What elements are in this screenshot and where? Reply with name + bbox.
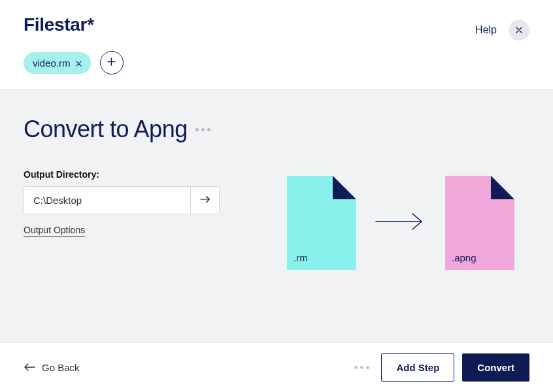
output-directory-input[interactable] — [24, 187, 190, 214]
more-actions-button[interactable] — [354, 366, 369, 369]
help-link[interactable]: Help — [475, 24, 497, 36]
add-file-button[interactable] — [100, 51, 124, 74]
conversion-illustration: .rm .apng — [272, 116, 529, 329]
arrow-right-icon — [200, 195, 210, 206]
go-back-label: Go Back — [42, 362, 80, 373]
browse-directory-button[interactable] — [190, 187, 219, 214]
more-options-icon[interactable] — [195, 128, 210, 131]
close-button[interactable] — [509, 20, 529, 41]
file-chip-label: video.rm — [33, 57, 71, 69]
convert-button[interactable]: Convert — [462, 353, 529, 382]
output-directory-label: Output Directory: — [24, 169, 246, 180]
output-options-link[interactable]: Output Options — [24, 225, 85, 235]
source-file-ext: .rm — [293, 252, 308, 263]
close-icon — [516, 24, 522, 36]
app-brand: Filestar* — [24, 14, 94, 35]
plus-icon — [107, 57, 116, 69]
target-file-ext: .apng — [452, 252, 477, 263]
arrow-right-icon — [375, 212, 427, 234]
arrow-left-icon — [24, 362, 35, 373]
file-chip[interactable]: video.rm — [24, 52, 91, 74]
page-title: Convert to Apng — [24, 116, 188, 143]
go-back-button[interactable]: Go Back — [24, 362, 80, 373]
remove-file-icon[interactable] — [76, 57, 82, 69]
add-step-button[interactable]: Add Step — [381, 353, 454, 382]
